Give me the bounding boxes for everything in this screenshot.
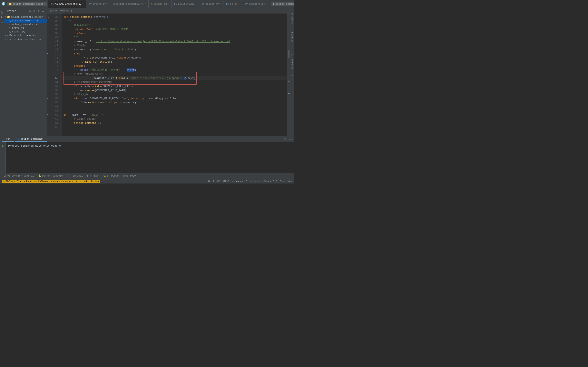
indent-42 [63, 44, 74, 48]
status-encoding[interactable]: UTF-8 [223, 180, 229, 183]
run-icon: ▶ [4, 137, 5, 141]
tree-item-readme-md[interactable]: M README.md [4, 26, 47, 30]
var-comment-url: comment_url [74, 40, 91, 44]
run-close-btn[interactable]: — [288, 137, 292, 141]
str-38: 起始位置, 相当于分页参数 [95, 27, 129, 31]
favorites-strip[interactable]: 2: Favorites [291, 54, 293, 69]
tab-icon-py5: py [226, 3, 229, 6]
tree-item-external-libs[interactable]: ▶ ⊞ External Libraries [4, 34, 47, 38]
fold-55[interactable]: ▸ [47, 97, 48, 100]
run-tab-main[interactable]: ▶ Run: [2, 137, 14, 142]
editor-main: ▸ ▸ ▸ [47, 13, 290, 136]
gutter-49 [47, 72, 51, 76]
code-line-50: comments = re.findall('<span class="shor… [62, 76, 287, 80]
tab-spider-py[interactable]: py spider.py × [199, 0, 224, 8]
tab-python-console[interactable]: 🐍 Python Console [36, 174, 65, 178]
project-strip-label[interactable]: 1: Project [1, 11, 3, 23]
status-indent[interactable]: 4 spaces [232, 180, 243, 183]
tab-terminal[interactable]: ⬛ Terminal [65, 174, 85, 178]
project-badge[interactable]: 📁 douban_comments_spider [7, 2, 47, 6]
ln-49: 49 [51, 72, 60, 76]
status-python[interactable]: Python 3.7 [264, 180, 277, 183]
tab-sessions-py[interactable]: py sessions.py × [242, 0, 270, 8]
num-20: 20 [98, 121, 101, 125]
tree-item-scratches[interactable]: ▶ ✏ Scratches and Consoles [4, 38, 47, 42]
tab-douban-comments-txt[interactable]: ≡ douban_comments.txt × [111, 0, 149, 8]
run-config-selector[interactable]: ▶ douban_comments ▾ [272, 2, 294, 6]
tab-close-1[interactable]: × [82, 3, 84, 5]
panel-collapse-btn[interactable]: — [41, 9, 45, 13]
minimap-marker-1 [288, 26, 290, 26]
tree-item-spider-py[interactable]: py spider.py [4, 30, 47, 34]
docstring-open: """ [68, 19, 72, 23]
ln-44: 44 [51, 52, 60, 56]
status-git[interactable]: Git: master [246, 180, 261, 183]
method-exists: exists [91, 84, 101, 89]
indent-39 [63, 31, 74, 35]
tree-item-douban-comments-txt[interactable]: ≡ douban_comments.txt [4, 23, 47, 26]
var-headers-45: headers [130, 56, 141, 60]
tab-typing-py[interactable]: py typing.py × [86, 0, 111, 8]
panel-controls: ⊕ ⟳ ⚙ — [28, 9, 45, 13]
gutter-56 [47, 101, 51, 105]
breadcrumb-item[interactable]: spider_comment() [49, 9, 72, 12]
code-line-42: # 请求头 [62, 44, 287, 48]
kw-if-52: if [74, 84, 79, 89]
status-lf[interactable]: LF [217, 180, 220, 183]
app-icon: 🧊 [2, 2, 6, 6]
run-59[interactable]: ▶ [47, 113, 48, 116]
tree-item-douban-comments-py[interactable]: py douban_comments.py [4, 19, 47, 23]
indent-56 [63, 101, 80, 105]
tab-close-2[interactable]: × [107, 3, 108, 5]
tab-6-todo[interactable]: ☑ 6: TODO [121, 174, 138, 178]
indent-52 [63, 84, 74, 89]
tab-4-run[interactable]: ▶ 4: Run [85, 174, 100, 178]
status-bar: ⚠ IDE and Plugin Updates: PyCharm is rea… [0, 179, 294, 184]
panel-sync-btn[interactable]: ⟳ [33, 9, 36, 13]
tab-close-5[interactable]: × [195, 3, 196, 5]
top-bar-left: 🧊 📁 douban_comments_spider [2, 2, 47, 6]
fold-35[interactable]: ▸ [48, 16, 49, 18]
tab-re-py[interactable]: py re.py × [224, 0, 242, 8]
builtin-open: open [82, 97, 88, 101]
str-main: '__main__' [87, 113, 103, 117]
tab-close-3[interactable]: × [145, 3, 146, 5]
code-area[interactable]: def spider_comment(start=0): """ 爬取某页影评 … [62, 13, 287, 136]
run-settings-btn[interactable]: ⚙ [283, 137, 287, 141]
run-play-btn[interactable]: ▶ [2, 144, 4, 148]
structure-strip[interactable]: Structure [291, 13, 293, 24]
tab-close-4[interactable]: × [168, 3, 169, 5]
method-raise: raise_for_status [84, 60, 109, 64]
run-tab-douban[interactable]: 🐾 douban_comments × [15, 137, 47, 142]
tab-douban-comments-py[interactable]: py douban_comments.py × [48, 0, 86, 8]
tree-item-root[interactable]: ▼ 📁 douban_comments_spider [4, 15, 47, 19]
vertical-scrollbar[interactable] [287, 13, 290, 136]
tab-close-8[interactable]: × [266, 3, 267, 5]
tab-5-debug[interactable]: 🐛 5: Debug [101, 174, 121, 178]
star-icon[interactable]: ★ [291, 73, 293, 76]
run-tab-close[interactable]: × [43, 138, 45, 140]
run-sidebar: ▶ ↑ [0, 142, 6, 173]
tab-close-7[interactable]: × [238, 3, 240, 5]
tab-close-6[interactable]: × [220, 3, 221, 5]
status-right: 54:11 LF UTF-8 4 spaces Git: master Pyth… [208, 180, 292, 183]
panel-settings-btn[interactable]: ⚙ [37, 9, 40, 13]
var-path-52: path [84, 84, 90, 89]
panel-add-btn[interactable]: ⊕ [28, 9, 32, 13]
ln-51: 51 [51, 80, 60, 84]
status-event-log[interactable]: Event Log [280, 180, 292, 183]
method-join: join [114, 101, 120, 105]
file-icon-douban-comments-py: py [9, 20, 11, 22]
tab-readme-md[interactable]: M README.md × [149, 0, 172, 8]
ln-40: 40 [51, 35, 60, 40]
gutter-51 [47, 80, 51, 84]
status-position[interactable]: 54:11 [208, 180, 214, 183]
run-scroll-btn[interactable]: ↑ [2, 150, 4, 153]
tab-label-douban-comments-py: douban_comments.py [55, 3, 81, 6]
tab-version-control[interactable]: ⎇ 9: Version Control [2, 174, 36, 178]
scrollbar-thumb[interactable] [288, 50, 290, 58]
fold-44[interactable]: ▸ [47, 52, 48, 55]
database-strip[interactable]: Database [291, 32, 293, 42]
tab-builtins-py[interactable]: py builtins.py × [172, 0, 199, 8]
tree-label-spider-py: spider.py [12, 30, 25, 33]
